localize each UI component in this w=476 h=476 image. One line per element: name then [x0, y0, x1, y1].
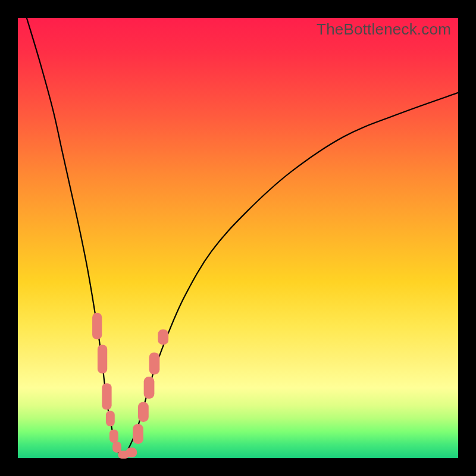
- curve-marker: [98, 345, 107, 373]
- curve-marker: [102, 383, 111, 409]
- plot-area: TheBottleneck.com: [18, 18, 458, 458]
- curve-marker: [126, 447, 137, 457]
- curve-marker: [144, 377, 155, 399]
- curve-marker: [106, 411, 115, 426]
- curve-marker: [109, 430, 118, 443]
- chart-frame: TheBottleneck.com: [0, 0, 476, 476]
- curve-marker: [92, 313, 102, 339]
- curve-marker: [149, 352, 160, 374]
- curve-marker: [133, 424, 143, 444]
- marker-group: [92, 313, 168, 459]
- curve-marker: [138, 402, 149, 422]
- curve-marker: [158, 330, 168, 345]
- curve-right: [124, 93, 458, 458]
- curve-layer: [18, 18, 458, 458]
- curve-marker: [112, 441, 121, 453]
